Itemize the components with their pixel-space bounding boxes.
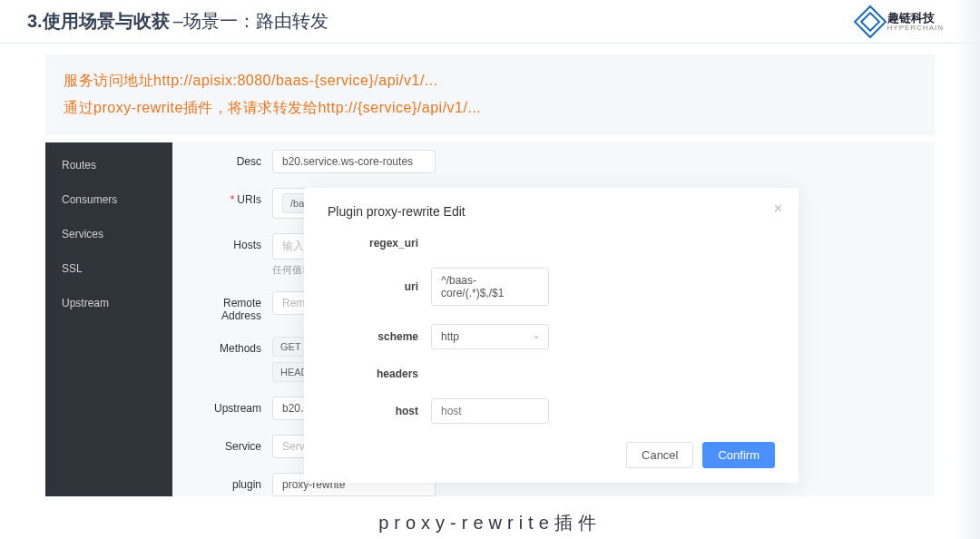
- uri-label: uri: [328, 280, 418, 293]
- host-input[interactable]: [431, 398, 549, 424]
- cancel-button[interactable]: Cancel: [626, 442, 693, 468]
- desc-line-2: 通过proxy-rewrite插件，将请求转发给http://{service}…: [64, 94, 916, 122]
- sidebar-item-routes[interactable]: Routes: [45, 148, 172, 182]
- slide-caption: proxy-rewrite插件: [0, 511, 980, 535]
- title-prefix: 3.使用场景与收获: [27, 11, 170, 31]
- app-screenshot: Routes Consumers Services SSL Upstream D…: [45, 142, 935, 496]
- logo-subtext: HYPERCHAIN: [887, 24, 944, 32]
- scheme-label: scheme: [328, 330, 418, 343]
- decorative-side: [953, 0, 980, 539]
- uris-label: *URIs: [189, 188, 261, 206]
- plugin-edit-modal: Plugin proxy-rewrite Edit × regex_uri ur…: [304, 188, 799, 483]
- uri-input[interactable]: ^/baas-core/(.*)$,/$1: [431, 268, 549, 306]
- close-icon[interactable]: ×: [774, 201, 782, 217]
- title-scenario: –场景一：路由转发: [173, 11, 328, 31]
- upstream-label: Upstream: [189, 397, 261, 415]
- modal-actions: Cancel Confirm: [328, 442, 775, 468]
- sidebar-item-services[interactable]: Services: [45, 217, 172, 251]
- scheme-select[interactable]: http: [431, 324, 549, 349]
- slide-header: 3.使用场景与收获–场景一：路由转发 趣链科技 HYPERCHAIN: [0, 0, 980, 44]
- hosts-label: Hosts: [189, 233, 261, 251]
- sidebar-item-upstream[interactable]: Upstream: [45, 286, 172, 320]
- regex-uri-label: regex_uri: [328, 237, 418, 250]
- plugin-label: plugin: [189, 473, 261, 491]
- confirm-button[interactable]: Confirm: [702, 442, 775, 468]
- modal-title: Plugin proxy-rewrite Edit: [328, 204, 775, 219]
- description-box: 服务访问地址http://apisix:8080/baas-{service}/…: [45, 54, 935, 135]
- sidebar-item-ssl[interactable]: SSL: [45, 251, 172, 286]
- desc-line-1: 服务访问地址http://apisix:8080/baas-{service}/…: [64, 67, 916, 94]
- logo: 趣链科技 HYPERCHAIN: [858, 10, 944, 34]
- methods-label: Methods: [189, 337, 261, 355]
- sidebar: Routes Consumers Services SSL Upstream: [45, 142, 172, 496]
- slide-title: 3.使用场景与收获–场景一：路由转发: [27, 9, 328, 34]
- sidebar-item-consumers[interactable]: Consumers: [45, 182, 172, 217]
- host-label: host: [328, 405, 418, 417]
- logo-icon: [853, 5, 887, 38]
- headers-label: headers: [328, 368, 418, 380]
- desc-label: Desc: [189, 150, 261, 168]
- logo-text: 趣链科技: [887, 12, 944, 24]
- service-label: Service: [189, 435, 261, 453]
- desc-input[interactable]: b20.service.ws-core-routes: [272, 150, 436, 173]
- remote-address-label: Remote Address: [189, 291, 261, 322]
